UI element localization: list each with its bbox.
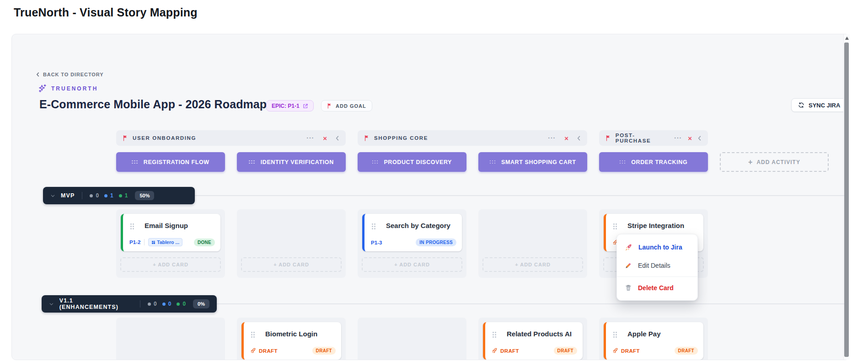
rocket-icon <box>612 348 618 354</box>
add-activity-label: ADD ACTIVITY <box>756 159 800 165</box>
board-icon <box>151 240 155 244</box>
card-apple-pay[interactable]: Apple Pay DRAFT DRAFT <box>604 322 703 360</box>
flag-icon <box>364 135 370 141</box>
add-activity-button[interactable]: + ADD ACTIVITY <box>720 152 829 172</box>
chevron-down-icon[interactable] <box>50 193 55 198</box>
menu-item-edit-details[interactable]: Edit Details <box>617 256 697 275</box>
row-bar-v1-1-enhancements[interactable]: V1.1 (ENHANCEMENTS) 0 0 0 0% <box>42 295 217 313</box>
pencil-icon <box>625 262 632 269</box>
drag-handle-icon[interactable] <box>372 160 378 164</box>
add-card-button[interactable]: + ADD CARD <box>241 257 342 272</box>
add-card-button[interactable]: + ADD CARD <box>120 257 221 272</box>
goal-delete-icon[interactable]: × <box>564 135 568 142</box>
drag-handle-icon[interactable] <box>620 160 626 164</box>
goal-bar-post-purchase: POST-PURCHASE ··· × <box>599 130 708 146</box>
status-badge: DONE <box>194 239 215 246</box>
activity-label: ORDER TRACKING <box>631 159 687 165</box>
card-search-by-category[interactable]: Search by Category P1-3 IN PROGRESS <box>362 214 462 251</box>
goal-collapse-icon[interactable] <box>336 136 339 141</box>
row-divider-line <box>195 195 844 196</box>
scroll-up-arrow-icon[interactable] <box>845 37 849 40</box>
goal-collapse-icon[interactable] <box>698 136 702 141</box>
epic-link-badge[interactable]: EPIC: P1-1 <box>266 100 314 111</box>
divider <box>140 300 140 308</box>
rocket-icon <box>250 348 256 354</box>
drag-handle-icon[interactable] <box>130 223 134 229</box>
drag-handle-icon[interactable] <box>613 332 617 338</box>
goal-more-icon[interactable]: ··· <box>548 135 556 141</box>
goal-more-icon[interactable]: ··· <box>674 135 682 141</box>
menu-item-launch-to-jira[interactable]: Launch to Jira <box>617 238 697 256</box>
drag-handle-icon[interactable] <box>251 332 255 338</box>
card-title: Stripe Integration <box>627 222 684 229</box>
row-bar-mvp[interactable]: MVP 0 1 1 50% <box>43 187 195 204</box>
drag-handle-icon[interactable] <box>613 223 617 229</box>
rocket-icon <box>492 348 498 354</box>
add-card-button[interactable]: + ADD CARD <box>482 257 583 272</box>
progress-badge: 50% <box>135 191 154 200</box>
row-label: MVP <box>61 192 75 199</box>
count-backlog: 0 <box>148 301 157 307</box>
activity-product-discovery[interactable]: PRODUCT DISCOVERY <box>358 152 466 172</box>
status-badge: DRAFT <box>312 347 336 355</box>
menu-item-delete-card[interactable]: Delete Card <box>617 279 697 297</box>
drag-handle-icon[interactable] <box>490 160 496 164</box>
flag-icon <box>605 135 611 141</box>
card-email-signup[interactable]: Email Signup P1-2 Tablero ... DONE <box>121 214 220 251</box>
progress-badge: 0% <box>193 299 209 308</box>
goal-delete-icon[interactable]: × <box>688 135 692 142</box>
status-badge: DRAFT <box>554 347 577 355</box>
goal-bar-shopping-core: SHOPPING CORE ··· × <box>358 130 587 146</box>
add-card-button[interactable]: + ADD CARD <box>362 257 462 272</box>
epic-badge-label: EPIC: P1-1 <box>272 103 300 109</box>
card-context-menu: Launch to Jira Edit Details Delete Card <box>616 234 698 301</box>
back-to-directory-label: BACK TO DIRECTORY <box>43 72 103 77</box>
drag-handle-icon[interactable] <box>249 160 255 164</box>
card-related-products-ai[interactable]: Related Products AI DRAFT DRAFT <box>483 322 583 360</box>
goal-delete-icon[interactable]: × <box>323 135 327 142</box>
sparkles-logo-icon <box>38 84 47 93</box>
brand: TRUENORTH <box>38 84 98 93</box>
row-label: V1.1 (ENHANCEMENTS) <box>59 297 133 310</box>
vertical-scrollbar-thumb[interactable] <box>844 42 849 357</box>
goal-collapse-icon[interactable] <box>577 136 581 141</box>
chevron-down-icon[interactable] <box>49 302 54 307</box>
card-title: Email Signup <box>145 222 188 229</box>
back-to-directory-link[interactable]: BACK TO DIRECTORY <box>36 72 103 77</box>
page-title: TrueNorth - Visual Story Mapping <box>14 6 198 19</box>
drag-handle-icon[interactable] <box>372 223 375 229</box>
count-backlog: 0 <box>90 192 99 199</box>
drag-handle-icon[interactable] <box>493 332 496 338</box>
external-link-icon <box>303 103 308 109</box>
board-title: E-Commerce Mobile App - 2026 Roadmap <box>39 98 267 111</box>
goal-label: USER ONBOARDING <box>133 135 196 141</box>
activity-identity-verification[interactable]: IDENTITY VERIFICATION <box>237 152 346 172</box>
card-biometric-login[interactable]: Biometric Login DRAFT DRAFT <box>241 322 341 360</box>
jira-board-chip[interactable]: Tablero ... <box>148 238 182 246</box>
activity-label: REGISTRATION FLOW <box>144 159 209 165</box>
draft-label: DRAFT <box>612 348 640 354</box>
lane-v11-registration <box>116 318 225 360</box>
goal-more-icon[interactable]: ··· <box>306 135 314 141</box>
goal-bar-user-onboarding: USER ONBOARDING ··· × <box>116 130 346 146</box>
drag-handle-icon[interactable] <box>132 160 138 164</box>
add-goal-button[interactable]: ADD GOAL <box>321 100 372 111</box>
gray-dot-icon <box>90 194 93 197</box>
activity-label: SMART SHOPPING CART <box>501 159 576 165</box>
card-title: Search by Category <box>386 222 450 229</box>
activity-order-tracking[interactable]: ORDER TRACKING <box>599 152 708 172</box>
draft-label: DRAFT <box>492 348 519 354</box>
divider <box>144 239 145 245</box>
sync-jira-label: SYNC JIRA <box>809 102 840 109</box>
add-goal-label: ADD GOAL <box>336 103 366 109</box>
row-divider-line <box>217 303 844 304</box>
status-badge: IN PROGRESS <box>416 239 456 246</box>
goal-label: POST-PURCHASE <box>616 133 670 143</box>
flag-icon <box>327 103 332 109</box>
card-title: Apple Pay <box>627 330 661 338</box>
sync-jira-button[interactable]: SYNC JIRA <box>791 98 847 112</box>
divider <box>82 192 82 199</box>
activity-smart-shopping-cart[interactable]: SMART SHOPPING CART <box>478 152 587 172</box>
trash-icon <box>625 284 632 292</box>
activity-registration-flow[interactable]: REGISTRATION FLOW <box>116 152 225 172</box>
